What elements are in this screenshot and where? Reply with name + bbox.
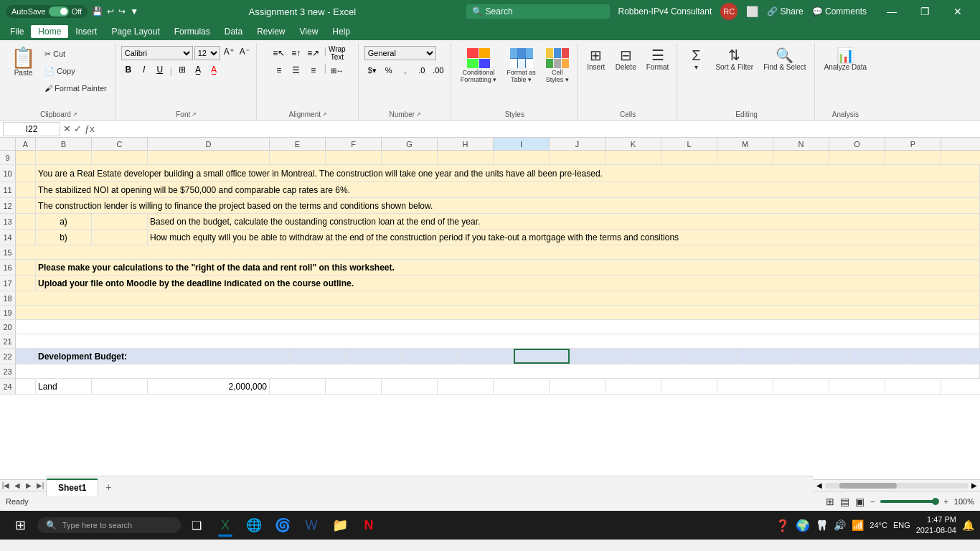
horizontal-scroll-right[interactable]: ▶	[969, 481, 980, 489]
cell-o9[interactable]	[829, 151, 885, 164]
add-sheet-button[interactable]: +	[100, 479, 117, 496]
row-num-13[interactable]: 13	[0, 214, 16, 229]
font-size-select[interactable]: 12	[194, 46, 220, 60]
cell-m9[interactable]	[717, 151, 773, 164]
col-header-e[interactable]: E	[270, 138, 326, 150]
wrap-text-button[interactable]: Wrap Text	[329, 46, 345, 60]
font-expand-icon[interactable]: ↗	[192, 111, 197, 118]
cell-f9[interactable]	[326, 151, 382, 164]
cell-l24[interactable]	[661, 379, 717, 394]
format-painter-button[interactable]: 🖌 Format Painter	[41, 80, 110, 96]
view-page-break-button[interactable]: ▤	[840, 496, 849, 507]
menu-home[interactable]: Home	[31, 25, 68, 38]
horizontal-scrollbar[interactable]	[825, 483, 969, 489]
taskbar-speaker-icon[interactable]: 🔊	[834, 519, 846, 531]
cell-o24[interactable]	[829, 379, 885, 394]
taskbar-app-file-explorer[interactable]: 📁	[327, 512, 353, 538]
view-normal-button[interactable]: ⊞	[826, 496, 834, 507]
taskbar-app-task-view[interactable]: ❑	[184, 512, 209, 538]
menu-view[interactable]: View	[293, 25, 326, 38]
cell-n24[interactable]	[773, 379, 829, 394]
cell-styles-button[interactable]: CellStyles ▾	[542, 46, 573, 85]
autosum-button[interactable]: Σ ▾	[683, 46, 709, 73]
cell-h24[interactable]	[438, 379, 494, 394]
row-num-18[interactable]: 18	[0, 291, 16, 305]
col-header-a[interactable]: A	[16, 138, 36, 150]
currency-button[interactable]: $▾	[364, 63, 380, 77]
cell-h9[interactable]	[438, 151, 494, 164]
cell-i24[interactable]	[494, 379, 550, 394]
cell-j22[interactable]	[570, 349, 626, 364]
col-header-d[interactable]: D	[148, 138, 270, 150]
cell-o22[interactable]	[849, 349, 905, 364]
cell-b13[interactable]: a)	[36, 214, 92, 229]
cell-a9[interactable]	[16, 151, 36, 164]
col-header-c[interactable]: C	[92, 138, 148, 150]
cell-l22[interactable]	[682, 349, 738, 364]
taskbar-help-icon[interactable]: ❓	[776, 519, 790, 532]
cell-a14[interactable]	[16, 230, 36, 245]
formula-confirm-icon[interactable]: ✓	[74, 123, 82, 134]
row-num-14[interactable]: 14	[0, 230, 16, 245]
decrease-font-button[interactable]: A⁻	[237, 46, 252, 60]
number-expand-icon[interactable]: ↗	[416, 111, 421, 118]
col-header-g[interactable]: G	[382, 138, 438, 150]
cell-m24[interactable]	[717, 379, 773, 394]
cell-b24[interactable]: Land	[36, 379, 92, 394]
row-num-12[interactable]: 12	[0, 198, 16, 213]
cell-b22-merged[interactable]: Development Budget:	[36, 349, 290, 364]
cell-d24[interactable]: 2,000,000	[148, 379, 270, 394]
cell-a13[interactable]	[16, 214, 36, 229]
minimize-button[interactable]: —	[875, 0, 908, 23]
row-num-16[interactable]: 16	[0, 260, 16, 275]
align-top-center-button[interactable]: ≡↑	[288, 46, 304, 60]
italic-button[interactable]: I	[137, 64, 151, 78]
taskbar-app-excel[interactable]: X	[212, 512, 238, 538]
borders-button[interactable]: ⊞	[175, 64, 189, 78]
cell-e24[interactable]	[270, 379, 326, 394]
cell-b17-merged[interactable]: Upload your file onto Moodle by the dead…	[36, 276, 980, 291]
clipboard-expand-icon[interactable]: ↗	[72, 111, 77, 118]
fill-color-button[interactable]: A̲	[191, 64, 205, 78]
menu-formulas[interactable]: Formulas	[167, 25, 217, 38]
comments-button[interactable]: 💬 Comments	[812, 6, 867, 17]
share-button[interactable]: 🔗 Share	[767, 6, 803, 17]
cut-button[interactable]: ✂ Cut	[41, 46, 110, 62]
cell-i9[interactable]	[494, 151, 550, 164]
cell-c9[interactable]	[92, 151, 148, 164]
cell-f22[interactable]	[346, 349, 402, 364]
cell-f24[interactable]	[326, 379, 382, 394]
increase-font-button[interactable]: A⁺	[222, 46, 236, 60]
cell-j9[interactable]	[550, 151, 606, 164]
analyze-data-button[interactable]: 📊 Analyze Data	[821, 46, 870, 73]
col-header-k[interactable]: K	[606, 138, 661, 150]
taskbar-wifi-icon[interactable]: 📶	[852, 519, 864, 531]
sheet-tab-1[interactable]: Sheet1	[46, 479, 98, 496]
row-num-21[interactable]: 21	[0, 334, 16, 348]
paste-button[interactable]: 📋 Paste	[7, 46, 39, 79]
percent-button[interactable]: %	[381, 63, 397, 77]
ribbon-display-icon[interactable]: ⬜	[746, 6, 758, 17]
cell-18-empty[interactable]	[16, 291, 980, 305]
row-num-22[interactable]: 22	[0, 349, 16, 364]
sort-filter-button[interactable]: ⇅ Sort & Filter	[712, 46, 757, 73]
menu-data[interactable]: Data	[217, 25, 250, 38]
increase-decimal-button[interactable]: .0	[414, 63, 430, 77]
cell-p24[interactable]	[885, 379, 941, 394]
taskbar-app-word[interactable]: W	[298, 512, 324, 538]
row-num-23[interactable]: 23	[0, 364, 16, 378]
taskbar-app-edge[interactable]: 🌀	[270, 512, 296, 538]
menu-help[interactable]: Help	[325, 25, 357, 38]
col-header-p[interactable]: P	[885, 138, 941, 150]
row-num-15[interactable]: 15	[0, 245, 16, 259]
autosave-toggle[interactable]: AutoSave Off	[6, 5, 88, 18]
cell-a11[interactable]	[16, 182, 36, 197]
cell-p22[interactable]	[905, 349, 961, 364]
cell-20-empty[interactable]	[16, 320, 980, 334]
cell-a16[interactable]	[16, 260, 36, 275]
cell-b16-merged[interactable]: Please make your calculations to the "ri…	[36, 260, 980, 275]
search-box[interactable]: 🔍 Search	[466, 4, 610, 19]
formula-cancel-icon[interactable]: ✕	[63, 123, 71, 134]
redo-icon[interactable]: ↪	[118, 6, 126, 17]
restore-button[interactable]: ❐	[908, 0, 941, 23]
